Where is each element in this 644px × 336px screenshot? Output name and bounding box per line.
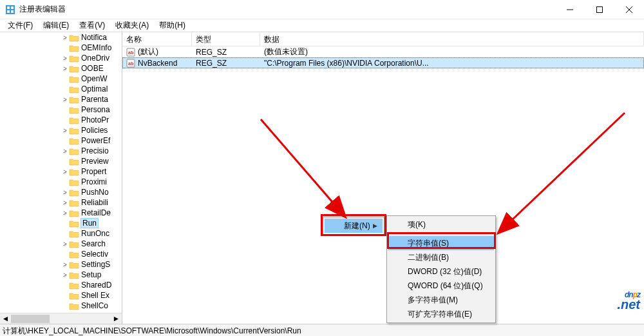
submenu-dword[interactable]: DWORD (32 位)值(D): [388, 264, 494, 279]
tree-view[interactable]: >NotificaOEMInfo>OneDriv>OOBEOpenWOptima…: [0, 32, 122, 313]
col-header-name[interactable]: 名称: [122, 32, 192, 46]
tree-item[interactable]: Run: [0, 218, 122, 228]
tree-item[interactable]: >Policies: [0, 125, 122, 135]
tree-expand-icon[interactable]: >: [61, 127, 69, 134]
submenu-key[interactable]: 项(K): [388, 217, 494, 232]
tree-expand-icon[interactable]: >: [61, 272, 69, 279]
tree-item[interactable]: ShellCo: [0, 301, 122, 311]
tree-expand-icon[interactable]: >: [61, 34, 69, 41]
value-data: "C:\Program Files (x86)\NVIDIA Corporati…: [260, 59, 644, 68]
tree-item[interactable]: PhotoPr: [0, 115, 122, 125]
tree-item[interactable]: >Reliabili: [0, 197, 122, 208]
folder-icon: [69, 271, 79, 279]
tree-item[interactable]: >Precisio: [0, 146, 122, 156]
context-submenu[interactable]: 项(K) 字符串值(S) 二进制值(B) DWORD (32 位)值(D) QW…: [386, 215, 496, 323]
tree-item[interactable]: SharedD: [0, 280, 122, 290]
tree-item[interactable]: Selectiv: [0, 249, 122, 259]
tree-item[interactable]: PowerEf: [0, 135, 122, 146]
tree-item[interactable]: >OOBE: [0, 63, 122, 74]
menu-file[interactable]: 文件(F): [3, 19, 38, 32]
tree-item-label: Preview: [81, 157, 109, 166]
scroll-thumb[interactable]: [11, 315, 50, 323]
value-type: REG_SZ: [192, 59, 260, 68]
tree-item[interactable]: >Parenta: [0, 94, 122, 104]
tree-expand-icon[interactable]: >: [61, 96, 69, 103]
tree-hscrollbar[interactable]: ◄ ►: [0, 313, 122, 324]
list-row[interactable]: (默认)REG_SZ(数值未设置): [122, 46, 644, 57]
tree-item[interactable]: >SettingS: [0, 259, 122, 270]
tree-item[interactable]: >RetailDe: [0, 208, 122, 218]
col-header-type[interactable]: 类型: [192, 32, 260, 46]
scroll-track[interactable]: [11, 313, 111, 324]
tree-item-label: Run: [81, 219, 98, 228]
tree-item[interactable]: Optimal: [0, 84, 122, 94]
context-menu[interactable]: 新建(N) ▶: [323, 217, 384, 235]
folder-icon: [69, 106, 79, 114]
tree-item[interactable]: >OneDriv: [0, 53, 122, 63]
tree-item-label: RetailDe: [81, 208, 111, 217]
context-new[interactable]: 新建(N) ▶: [325, 219, 383, 233]
tree-expand-icon[interactable]: >: [61, 199, 69, 206]
tree-item[interactable]: Proximi: [0, 177, 122, 187]
tree-item-label: SharedD: [81, 281, 111, 290]
list-body[interactable]: (默认)REG_SZ(数值未设置)NvBackendREG_SZ"C:\Prog…: [122, 46, 644, 324]
tree-item[interactable]: >Notifica: [0, 32, 122, 43]
tree-expand-icon[interactable]: >: [61, 148, 69, 155]
minimize-button[interactable]: [555, 0, 585, 19]
tree-item[interactable]: Preview: [0, 156, 122, 166]
tree-item-label: OEMInfo: [81, 43, 111, 52]
folder-icon: [69, 219, 79, 228]
tree-item[interactable]: >Setup: [0, 270, 122, 280]
folder-icon: [69, 250, 79, 259]
tree-item-label: PhotoPr: [81, 115, 109, 124]
submenu-qword[interactable]: QWORD (64 位)值(Q): [388, 279, 494, 293]
folder-icon: [69, 157, 79, 166]
svg-rect-7: [597, 6, 603, 12]
tree-item-label: Setup: [81, 270, 101, 279]
folder-icon: [69, 292, 79, 300]
tree-item-label: OneDriv: [81, 54, 109, 63]
value-type: REG_SZ: [192, 48, 260, 57]
folder-icon: [69, 188, 79, 197]
tree-expand-icon[interactable]: >: [61, 189, 69, 196]
folder-icon: [69, 281, 79, 290]
tree-item[interactable]: Shell Ex: [0, 290, 122, 301]
menu-view[interactable]: 查看(V): [74, 19, 110, 32]
scroll-right-button[interactable]: ►: [111, 313, 122, 324]
tree-item[interactable]: OEMInfo: [0, 43, 122, 53]
tree-expand-icon[interactable]: >: [61, 168, 69, 175]
tree-expand-icon[interactable]: >: [61, 261, 69, 268]
tree-item[interactable]: OpenW: [0, 74, 122, 84]
tree-item[interactable]: RunOnc: [0, 228, 122, 239]
tree-item-label: Notifica: [81, 33, 107, 42]
submenu-string[interactable]: 字符串值(S): [388, 236, 494, 250]
menu-help[interactable]: 帮助(H): [154, 19, 191, 32]
list-row[interactable]: NvBackendREG_SZ"C:\Program Files (x86)\N…: [122, 57, 644, 68]
submenu-binary[interactable]: 二进制值(B): [388, 250, 494, 264]
tree-item[interactable]: >Search: [0, 239, 122, 249]
tree-expand-icon[interactable]: >: [61, 210, 69, 217]
maximize-button[interactable]: [585, 0, 614, 19]
tree-expand-icon[interactable]: >: [61, 241, 69, 248]
folder-icon: [69, 95, 79, 104]
close-button[interactable]: [614, 0, 644, 19]
submenu-expand[interactable]: 可扩充字符串值(E): [388, 307, 494, 321]
col-header-data[interactable]: 数据: [260, 32, 644, 46]
menu-edit[interactable]: 编辑(E): [38, 19, 74, 32]
value-data: (数值未设置): [260, 46, 644, 57]
tree-item-label: Precisio: [81, 146, 109, 155]
scroll-left-button[interactable]: ◄: [0, 313, 11, 324]
menu-favorites[interactable]: 收藏夹(A): [110, 19, 154, 32]
submenu-multi[interactable]: 多字符串值(M): [388, 293, 494, 307]
tree-expand-icon[interactable]: >: [61, 65, 69, 72]
values-pane: 名称 类型 数据 (默认)REG_SZ(数值未设置)NvBackendREG_S…: [122, 32, 644, 324]
tree-item[interactable]: >PushNo: [0, 187, 122, 197]
folder-icon: [69, 137, 79, 145]
folder-icon: [69, 261, 79, 269]
tree-item[interactable]: Persona: [0, 104, 122, 115]
tree-item[interactable]: >Propert: [0, 166, 122, 177]
tree-expand-icon[interactable]: >: [61, 55, 69, 62]
tree-item-label: Reliabili: [81, 198, 108, 207]
value-name: (默认): [138, 46, 158, 57]
folder-icon: [69, 64, 79, 73]
